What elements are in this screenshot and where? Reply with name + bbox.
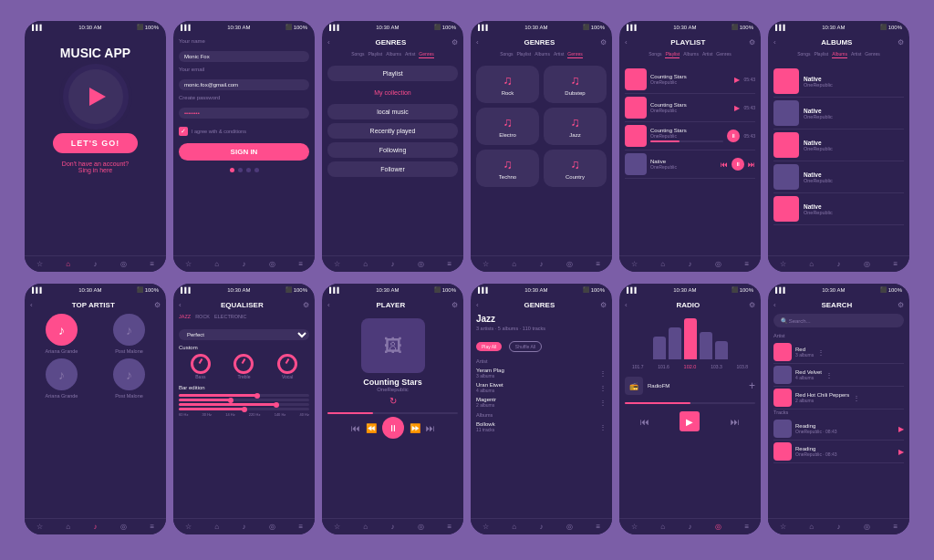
eq-tab-rock[interactable]: ROCK: [195, 314, 210, 319]
menu-local-music[interactable]: local music: [327, 104, 458, 119]
nav-star[interactable]: ☆: [780, 260, 786, 268]
treble-knob[interactable]: [234, 354, 254, 374]
settings-icon[interactable]: ⚙: [749, 38, 755, 47]
nav-home[interactable]: ⌂: [66, 260, 70, 268]
pause-icon[interactable]: ⏸: [732, 158, 744, 171]
skip-back-icon[interactable]: ⏮: [351, 423, 360, 433]
nav-music[interactable]: ♪: [689, 260, 692, 268]
settings-icon[interactable]: ⚙: [303, 301, 309, 309]
lets-go-button[interactable]: LET'S GO!: [53, 133, 139, 153]
artist-post-malone-2[interactable]: ♪ Post Malone: [98, 358, 161, 399]
nav-menu[interactable]: ≡: [597, 260, 601, 268]
skip-back-icon[interactable]: ⏮: [640, 417, 649, 427]
nav-radio[interactable]: ◎: [120, 523, 127, 531]
nav-star[interactable]: ☆: [631, 523, 638, 531]
settings-icon[interactable]: ⚙: [898, 38, 904, 47]
play-pause-button[interactable]: ⏸: [382, 417, 404, 439]
settings-icon[interactable]: ⚙: [600, 38, 607, 47]
nav-home[interactable]: ⌂: [214, 523, 219, 531]
skip-forward-icon[interactable]: ⏭: [426, 423, 435, 433]
nav-home[interactable]: ⌂: [214, 260, 219, 268]
album-row-1[interactable]: Bollowk 11 tracks ⋮: [476, 420, 607, 434]
nav-radio[interactable]: ◎: [715, 260, 721, 268]
more-icon[interactable]: ⋮: [599, 399, 607, 407]
more-icon[interactable]: ⋮: [853, 394, 860, 402]
nav-star[interactable]: ☆: [334, 260, 340, 268]
settings-icon[interactable]: ⚙: [600, 301, 607, 309]
track-4[interactable]: Native OneRepublic ⏮ ⏸ ⏭: [625, 150, 755, 179]
tab-genres[interactable]: Genres: [567, 51, 582, 58]
artist-ariana-1[interactable]: ♪ Ariana Grande: [30, 314, 93, 354]
eq-tab-electronic[interactable]: ELECTRONIC: [214, 314, 246, 319]
nav-home[interactable]: ⌂: [363, 260, 368, 268]
track-2[interactable]: Counting Stars OneRepublic ▶ 05:43: [625, 94, 755, 122]
nav-menu[interactable]: ≡: [150, 523, 155, 531]
album-5[interactable]: Native OneRepublic: [773, 193, 904, 225]
play-all-btn[interactable]: Play All: [476, 342, 502, 351]
nav-home[interactable]: ⌂: [512, 523, 516, 531]
nav-menu[interactable]: ≡: [448, 523, 452, 531]
nav-menu[interactable]: ≡: [299, 260, 304, 268]
tab-genres[interactable]: Genres: [865, 51, 879, 58]
artist-row-1[interactable]: Yeram Plag 3 albums ⋮: [476, 366, 607, 380]
genre-techno[interactable]: ♫ Techno: [476, 150, 539, 187]
nav-menu[interactable]: ≡: [150, 260, 155, 268]
nav-music[interactable]: ♪: [243, 260, 246, 268]
album-3[interactable]: Native OneRepublic: [773, 130, 904, 161]
nav-star[interactable]: ☆: [483, 523, 489, 531]
nav-star[interactable]: ☆: [36, 523, 43, 531]
nav-radio[interactable]: ◎: [418, 523, 424, 531]
search-artist-3[interactable]: Red Hot Chili Peppers 2 albums ⋮: [773, 387, 904, 410]
add-station-button[interactable]: +: [749, 379, 755, 392]
nav-home[interactable]: ⌂: [363, 523, 368, 531]
nav-home[interactable]: ⌂: [809, 260, 814, 268]
nav-star[interactable]: ☆: [483, 260, 489, 268]
play-icon[interactable]: ▶: [734, 104, 740, 112]
nav-radio[interactable]: ◎: [566, 523, 573, 531]
play-icon[interactable]: ⏮: [721, 161, 728, 169]
signin-button[interactable]: SIGN IN: [179, 143, 309, 161]
tab-albums[interactable]: Albums: [832, 51, 847, 58]
shuffle-icon[interactable]: ↻: [327, 396, 458, 406]
genre-rock[interactable]: ♫ Rock: [476, 66, 539, 103]
nav-star[interactable]: ☆: [334, 523, 340, 531]
genre-country[interactable]: ♫ Country: [544, 150, 607, 187]
slider-track[interactable]: [179, 394, 309, 397]
more-icon[interactable]: ⋮: [599, 423, 607, 431]
nav-menu[interactable]: ≡: [597, 523, 601, 531]
next-icon[interactable]: ⏭: [748, 161, 755, 169]
bass-knob[interactable]: [191, 354, 211, 374]
shuffle-all-btn[interactable]: Shuffle All: [509, 341, 542, 352]
settings-icon[interactable]: ⚙: [749, 301, 755, 309]
more-icon[interactable]: ⋮: [599, 384, 607, 392]
tab-albums[interactable]: Albums: [683, 51, 699, 58]
nav-radio[interactable]: ◎: [715, 523, 721, 531]
tab-playlist[interactable]: Playlist: [368, 51, 382, 58]
name-input[interactable]: [179, 51, 309, 62]
nav-star[interactable]: ☆: [185, 260, 192, 268]
tab-artist[interactable]: Artist: [851, 51, 861, 58]
nav-music[interactable]: ♪: [94, 523, 98, 531]
search-input-box[interactable]: 🔍 Search...: [773, 314, 904, 327]
tab-playlist[interactable]: Playlist: [516, 51, 531, 58]
tab-genres[interactable]: Genres: [419, 51, 433, 58]
settings-icon[interactable]: ⚙: [898, 301, 904, 309]
artist-row-3[interactable]: Magentr 2 albums ⋮: [476, 395, 607, 410]
nav-radio[interactable]: ◎: [566, 260, 573, 268]
track-1[interactable]: Counting Stars OneRepublic ▶ 05:43: [625, 66, 755, 94]
menu-follower[interactable]: Follower: [327, 161, 458, 177]
checkbox[interactable]: ✓: [179, 127, 188, 136]
rewind-icon[interactable]: ⏪: [366, 423, 377, 433]
nav-home[interactable]: ⌂: [660, 523, 665, 531]
nav-radio[interactable]: ◎: [269, 523, 275, 531]
nav-star[interactable]: ☆: [185, 523, 192, 531]
search-track-2[interactable]: Reading OneRepublic · 08:43 ▶: [773, 441, 904, 463]
nav-music[interactable]: ♪: [837, 260, 841, 268]
tab-artist[interactable]: Artist: [405, 51, 415, 58]
more-icon[interactable]: ⋮: [599, 369, 607, 378]
skip-forward-icon[interactable]: ⏭: [731, 417, 740, 427]
nav-radio[interactable]: ◎: [269, 260, 275, 268]
album-1[interactable]: Native OneRepublic: [773, 66, 904, 98]
settings-icon[interactable]: ⚙: [154, 301, 161, 309]
nav-home[interactable]: ⌂: [660, 260, 665, 268]
